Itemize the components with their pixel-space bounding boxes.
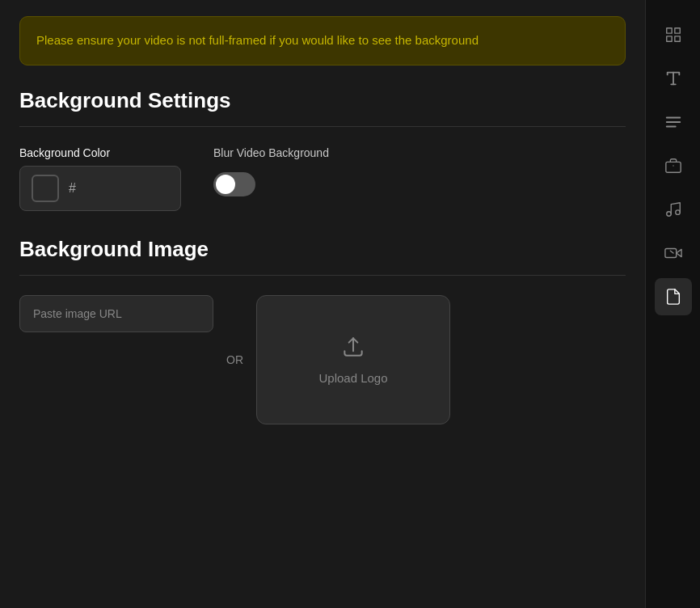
sidebar-item-briefcase[interactable] [655,147,692,184]
sidebar [645,0,700,608]
blur-toggle[interactable] [213,172,255,196]
sidebar-item-music[interactable] [655,191,692,228]
svg-rect-1 [666,28,671,33]
sidebar-item-layout[interactable] [655,16,692,53]
background-image-title: Background Image [19,237,626,262]
music-icon [664,201,682,218]
svg-rect-14 [664,249,676,258]
svg-rect-3 [666,36,671,41]
color-label: Background Color [19,146,181,159]
color-picker-group: Background Color # [19,146,181,211]
main-content: Please ensure your video is not full-fra… [0,0,645,608]
text-icon [664,70,682,87]
svg-line-15 [670,251,673,253]
color-input-wrapper[interactable]: # [19,166,181,211]
lines-icon [664,113,682,131]
warning-text: Please ensure your video is not full-fra… [36,32,609,50]
svg-rect-4 [674,36,679,41]
upload-icon [340,334,366,363]
warning-banner: Please ensure your video is not full-fra… [19,16,626,65]
paste-url-input[interactable] [19,295,213,332]
svg-rect-10 [665,162,680,172]
layout-icon [664,26,682,44]
svg-rect-2 [674,28,679,33]
sidebar-item-lines[interactable] [655,103,692,141]
upload-area[interactable]: Upload Logo [256,295,450,424]
sidebar-item-video[interactable] [655,234,692,272]
briefcase-icon [664,157,682,175]
or-text: OR [213,342,256,378]
background-image-area: OR Upload Logo Background [19,295,626,424]
background-settings-title: Background Settings [19,88,626,113]
svg-point-13 [675,210,680,215]
svg-point-12 [666,212,671,217]
blur-toggle-group: Blur Video Background [213,146,329,196]
document-icon [664,288,682,306]
color-blur-section: Background Color # Blur Video Background [19,146,626,211]
hash-symbol: # [69,181,76,196]
divider-1 [19,126,626,127]
toggle-slider [213,172,255,196]
background-image-section: Background Image OR Upload Logo Backgrou… [19,237,626,424]
sidebar-item-document[interactable] [655,278,692,315]
upload-label: Upload Logo [318,371,387,385]
sidebar-item-text[interactable] [655,60,692,97]
color-swatch[interactable] [32,175,59,202]
video-icon [664,244,682,262]
divider-2 [19,275,626,276]
blur-label: Blur Video Background [213,146,329,159]
